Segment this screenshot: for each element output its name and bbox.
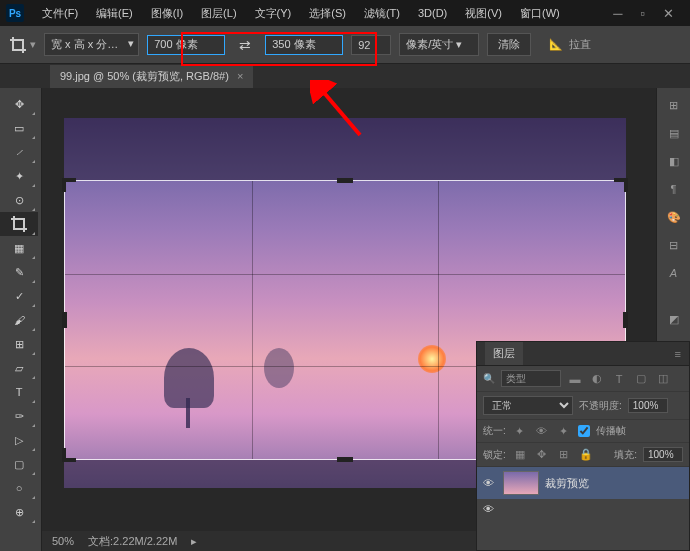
window-controls: ─ ▫ ✕ [613, 6, 684, 21]
app-logo: Ps [6, 4, 24, 22]
move-tool[interactable]: ✥ [0, 92, 38, 116]
menu-filter[interactable]: 滤镜(T) [356, 3, 408, 24]
marquee-tool[interactable]: ▭ [0, 116, 38, 140]
layer-filter-select[interactable] [501, 370, 561, 387]
minimize-button[interactable]: ─ [613, 6, 622, 21]
clear-button[interactable]: 清除 [487, 33, 531, 56]
layers-lock-row: 锁定: ▦ ✥ ⊞ 🔒 填充: [477, 443, 689, 467]
path-select-tool[interactable]: ▷ [0, 428, 38, 452]
maximize-button[interactable]: ▫ [640, 6, 645, 21]
layers-filter-row: 🔍 ▬ ◐ T ▢ ◫ [477, 366, 689, 392]
layer-row[interactable]: 👁 裁剪预览 [477, 467, 689, 499]
menu-file[interactable]: 文件(F) [34, 3, 86, 24]
properties-icon[interactable]: ⊞ [663, 94, 685, 116]
status-chevron-icon[interactable]: ▸ [191, 535, 197, 548]
zoom-level[interactable]: 50% [52, 535, 74, 547]
menu-window[interactable]: 窗口(W) [512, 3, 568, 24]
propagate-label: 传播帧 [596, 424, 626, 438]
filter-pixel-icon[interactable]: ▬ [567, 372, 583, 386]
lock-pixels-icon[interactable]: ▦ [512, 448, 528, 462]
close-button[interactable]: ✕ [663, 6, 674, 21]
crop-handle-left[interactable] [62, 312, 67, 328]
history-icon[interactable]: ◩ [663, 308, 685, 330]
layers-panel: 图层 ≡ 🔍 ▬ ◐ T ▢ ◫ 正常 不透明度: 统一: ✦ 👁 ✦ 传播帧 … [476, 341, 690, 551]
layers-tab[interactable]: 图层 [485, 342, 523, 365]
layers-panel-header[interactable]: 图层 ≡ [477, 342, 689, 366]
layer-thumbnail[interactable] [503, 471, 539, 495]
channels-icon[interactable]: ◧ [663, 150, 685, 172]
hand-tool[interactable]: ○ [0, 476, 38, 500]
crop-handle-tr[interactable] [624, 178, 628, 192]
fill-input[interactable] [643, 447, 683, 462]
straighten-icon[interactable]: 📐 [547, 37, 565, 53]
menu-view[interactable]: 视图(V) [457, 3, 510, 24]
brush-tool[interactable]: 🖌 [0, 308, 38, 332]
crop-shield-top [64, 118, 626, 180]
lock-all-icon[interactable]: 🔒 [578, 448, 594, 462]
opacity-label: 不透明度: [579, 399, 622, 413]
crop-tool[interactable] [0, 212, 38, 236]
lock-position-icon[interactable]: ✥ [534, 448, 550, 462]
layers-icon[interactable]: ▤ [663, 122, 685, 144]
stamp-tool[interactable]: ⊞ [0, 332, 38, 356]
type-tool[interactable]: T [0, 380, 38, 404]
lock-artboard-icon[interactable]: ⊞ [556, 448, 572, 462]
crop-handle-right[interactable] [623, 312, 628, 328]
quick-select-tool[interactable]: ⊙ [0, 188, 38, 212]
crop-handle-bl[interactable] [62, 448, 66, 462]
opacity-input[interactable] [628, 398, 668, 413]
resolution-input[interactable] [351, 35, 391, 55]
straighten-label: 拉直 [569, 37, 591, 52]
document-tabs: 99.jpg @ 50% (裁剪预览, RGB/8#) × [0, 64, 690, 88]
swap-dimensions-button[interactable]: ⇄ [233, 35, 257, 55]
frame-tool[interactable]: ▦ [0, 236, 38, 260]
crop-preset-select[interactable]: 宽 x 高 x 分… ▾ [44, 33, 139, 56]
doc-size[interactable]: 文档:2.22M/2.22M [88, 534, 177, 549]
panel-menu-icon[interactable]: ≡ [675, 348, 681, 360]
crop-handle-bottom[interactable] [337, 457, 353, 462]
eraser-tool[interactable]: ▱ [0, 356, 38, 380]
adjustments-icon[interactable]: ⊟ [663, 234, 685, 256]
layers-blend-row: 正常 不透明度: [477, 392, 689, 420]
propagate-checkbox[interactable] [578, 425, 590, 437]
menu-edit[interactable]: 编辑(E) [88, 3, 141, 24]
shape-tool[interactable]: ▢ [0, 452, 38, 476]
crop-handle-top[interactable] [337, 178, 353, 183]
layer-visibility-icon[interactable]: 👁 [483, 477, 497, 489]
chevron-down-icon[interactable]: ▾ [30, 38, 36, 51]
unify-pos-icon[interactable]: ✦ [512, 424, 528, 438]
paragraph-icon[interactable]: ¶ [663, 178, 685, 200]
menu-3d[interactable]: 3D(D) [410, 4, 455, 22]
document-tab[interactable]: 99.jpg @ 50% (裁剪预览, RGB/8#) × [50, 65, 253, 88]
menu-image[interactable]: 图像(I) [143, 3, 191, 24]
crop-height-input[interactable] [265, 35, 343, 55]
layer-name[interactable]: 裁剪预览 [545, 476, 589, 491]
crop-grid-line [438, 181, 439, 459]
layer-visibility-icon[interactable]: 👁 [483, 503, 497, 515]
filter-adjust-icon[interactable]: ◐ [589, 372, 605, 386]
eyedropper-tool[interactable]: ✎ [0, 260, 38, 284]
pen-tool[interactable]: ✑ [0, 404, 38, 428]
healing-tool[interactable]: ✓ [0, 284, 38, 308]
menu-select[interactable]: 选择(S) [301, 3, 354, 24]
crop-handle-tl[interactable] [62, 178, 66, 192]
zoom-tool[interactable]: ⊕ [0, 500, 38, 524]
swatches-icon[interactable]: 🎨 [663, 206, 685, 228]
crop-width-input[interactable] [147, 35, 225, 55]
resolution-unit-select[interactable]: 像素/英寸 ▾ [399, 33, 479, 56]
filter-type-icon[interactable]: T [611, 372, 627, 386]
blend-mode-select[interactable]: 正常 [483, 396, 573, 415]
magic-wand-tool[interactable]: ✦ [0, 164, 38, 188]
filter-shape-icon[interactable]: ▢ [633, 372, 649, 386]
tab-close-icon[interactable]: × [237, 70, 243, 82]
lasso-tool[interactable]: ⟋ [0, 140, 38, 164]
filter-smart-icon[interactable]: ◫ [655, 372, 671, 386]
menu-bar: Ps 文件(F) 编辑(E) 图像(I) 图层(L) 文字(Y) 选择(S) 滤… [0, 0, 690, 26]
crop-grid-line [252, 181, 253, 459]
options-bar: ▾ 宽 x 高 x 分… ▾ ⇄ 像素/英寸 ▾ 清除 📐 拉直 [0, 26, 690, 64]
menu-type[interactable]: 文字(Y) [247, 3, 300, 24]
unify-vis-icon[interactable]: 👁 [534, 424, 550, 438]
menu-layer[interactable]: 图层(L) [193, 3, 244, 24]
unify-style-icon[interactable]: ✦ [556, 424, 572, 438]
character-icon[interactable]: A [663, 262, 685, 284]
